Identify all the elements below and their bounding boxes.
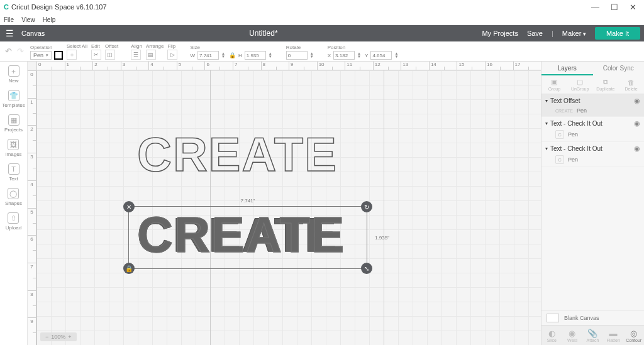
- resize-handle[interactable]: ⤡: [361, 263, 372, 274]
- canvas-grid[interactable]: CREATE CREATE ✕ ↻ 🔒 ⤡ 7.741" 1.935": [36, 70, 541, 345]
- nav-upload[interactable]: ⇧Upload: [6, 212, 21, 231]
- minimize-button[interactable]: —: [591, 3, 599, 12]
- machine-selector[interactable]: Maker: [562, 30, 586, 37]
- weld-button[interactable]: ◉Weld: [562, 326, 583, 345]
- duplicate-button[interactable]: ⧉Duplicate: [593, 75, 619, 94]
- tab-layers[interactable]: Layers: [541, 62, 593, 75]
- hamburger-icon[interactable]: ☰: [0, 28, 19, 38]
- layer-thumb: C: [555, 130, 564, 139]
- height-input[interactable]: 1.935: [245, 51, 266, 60]
- my-projects-link[interactable]: My Projects: [482, 30, 518, 37]
- ungroup-button[interactable]: ▢UnGroup: [567, 75, 593, 94]
- app-logo: C: [4, 3, 9, 11]
- layer-item[interactable]: ▾Text Offset◉ CREATEPen: [541, 94, 644, 117]
- caret-icon[interactable]: ▾: [545, 146, 548, 151]
- nav-new[interactable]: ＋New: [8, 65, 19, 84]
- ruler-horizontal: 01234567891011121314151617: [36, 62, 541, 70]
- nav-templates[interactable]: 👕Templates: [2, 90, 25, 108]
- close-button[interactable]: ✕: [630, 3, 636, 12]
- text-icon: T: [8, 163, 19, 175]
- make-it-button[interactable]: Make It: [595, 27, 640, 40]
- lock-handle[interactable]: 🔒: [123, 263, 135, 274]
- select-all-button[interactable]: ＋: [67, 50, 77, 60]
- layer-thumb: C: [555, 155, 564, 164]
- y-stepper[interactable]: ▲▼: [394, 52, 399, 58]
- flatten-button[interactable]: ▬Flatten: [603, 326, 624, 345]
- options-toolbar: ↶ ↷ Operation Pen Select All＋ Edit✂ Offs…: [0, 41, 644, 62]
- layer-item[interactable]: ▾Text - Check It Out◉ CPen: [541, 142, 644, 167]
- zoom-control[interactable]: −100%+: [40, 332, 77, 341]
- top-bar: ☰ Canvas Untitled* My Projects Save | Ma…: [0, 25, 644, 41]
- redo-icon[interactable]: ↷: [17, 47, 24, 56]
- lock-aspect-icon[interactable]: 🔒: [229, 52, 236, 58]
- caret-icon[interactable]: ▾: [545, 98, 548, 104]
- offset-button[interactable]: ◫: [105, 50, 115, 60]
- operation-label: Operation: [30, 45, 63, 50]
- nav-projects[interactable]: ▦Projects: [4, 114, 23, 133]
- group-button[interactable]: ▣Group: [541, 75, 567, 94]
- visibility-icon[interactable]: ◉: [634, 119, 640, 128]
- rotate-handle[interactable]: ↻: [361, 201, 372, 212]
- plus-icon: ＋: [8, 65, 19, 77]
- menu-view[interactable]: View: [21, 16, 35, 23]
- caret-icon[interactable]: ▾: [545, 121, 548, 126]
- layer-operations: ◐Slice ◉Weld 📎Attach ▬Flatten ◎Contour: [541, 325, 644, 345]
- tab-color-sync[interactable]: Color Sync: [593, 62, 645, 75]
- canvas-swatch: [547, 314, 559, 322]
- nav-images[interactable]: 🖼Images: [5, 139, 21, 157]
- delete-button[interactable]: 🗑Delete: [618, 75, 644, 94]
- selection-box[interactable]: ✕ ↻ 🔒 ⤡ 7.741" 1.935": [128, 206, 367, 269]
- flip-button[interactable]: ▷: [167, 50, 177, 60]
- blank-canvas-row[interactable]: Blank Canvas: [541, 310, 644, 325]
- contour-button[interactable]: ◎Contour: [623, 326, 644, 345]
- width-input[interactable]: 7.741: [197, 51, 219, 60]
- color-swatch[interactable]: [54, 51, 63, 60]
- separator: |: [552, 30, 553, 37]
- document-title: Untitled*: [45, 29, 482, 38]
- undo-icon[interactable]: ↶: [5, 47, 12, 56]
- save-button[interactable]: Save: [527, 30, 543, 37]
- width-stepper[interactable]: ▲▼: [221, 52, 226, 58]
- attach-button[interactable]: 📎Attach: [582, 326, 603, 345]
- left-nav: ＋New 👕Templates ▦Projects 🖼Images TText …: [0, 62, 28, 345]
- app-title: Cricut Design Space v6.10.107: [11, 3, 107, 11]
- shapes-icon: ◯: [8, 188, 19, 199]
- slice-button[interactable]: ◐Slice: [541, 326, 562, 345]
- menu-file[interactable]: File: [4, 16, 14, 23]
- operation-select[interactable]: Pen: [30, 51, 52, 60]
- arrange-button[interactable]: ▤: [146, 50, 156, 60]
- canvas-area[interactable]: 01234567891011121314151617 0123456789 CR…: [28, 62, 541, 345]
- selection-height-label: 1.935": [375, 235, 389, 241]
- projects-icon: ▦: [8, 114, 19, 126]
- text-object-1[interactable]: CREATE: [137, 127, 338, 182]
- layer-item[interactable]: ▾Text - Check It Out◉ CPen: [541, 117, 644, 142]
- rotate-input[interactable]: 0: [286, 51, 308, 60]
- delete-handle[interactable]: ✕: [123, 201, 135, 212]
- maximize-button[interactable]: ☐: [611, 3, 618, 12]
- upload-icon: ⇧: [8, 212, 19, 224]
- ruler-vertical: 0123456789: [28, 70, 36, 345]
- visibility-icon[interactable]: ◉: [634, 145, 640, 153]
- edit-button[interactable]: ✂: [91, 50, 101, 60]
- y-input[interactable]: 4.654: [370, 51, 392, 60]
- menu-bar: File View Help: [0, 14, 644, 25]
- nav-shapes[interactable]: ◯Shapes: [5, 188, 22, 206]
- canvas-label: Canvas: [21, 30, 45, 37]
- nav-text[interactable]: TText: [8, 163, 19, 182]
- layers-list: ▾Text Offset◉ CREATEPen ▾Text - Check It…: [541, 94, 644, 310]
- x-stepper[interactable]: ▲▼: [357, 52, 362, 58]
- right-panel: Layers Color Sync ▣Group ▢UnGroup ⧉Dupli…: [541, 62, 644, 345]
- menu-help[interactable]: Help: [43, 16, 56, 23]
- rotate-stepper[interactable]: ▲▼: [310, 52, 315, 58]
- images-icon: 🖼: [8, 139, 19, 150]
- templates-icon: 👕: [8, 90, 19, 101]
- selection-width-label: 7.741": [241, 198, 255, 204]
- x-input[interactable]: 3.182: [333, 51, 355, 60]
- title-bar: C Cricut Design Space v6.10.107 — ☐ ✕: [0, 0, 644, 14]
- height-stepper[interactable]: ▲▼: [269, 52, 274, 58]
- visibility-icon[interactable]: ◉: [634, 97, 640, 105]
- align-button[interactable]: ☰: [131, 50, 141, 60]
